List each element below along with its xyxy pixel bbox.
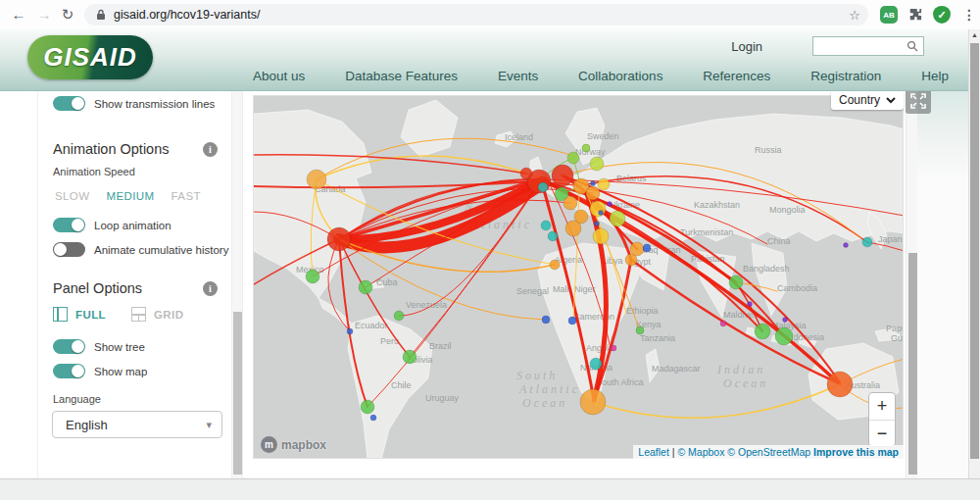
world-map[interactable]: IcelandSwedenNorwayRussiaBelarusUkraineK… — [253, 95, 904, 459]
nav-item-references[interactable]: References — [703, 69, 770, 83]
map-node[interactable] — [630, 242, 644, 256]
map-node[interactable] — [586, 186, 600, 200]
browser-menu-icon[interactable]: ⋮ — [960, 6, 978, 24]
map-node[interactable] — [593, 228, 609, 244]
map-node[interactable] — [394, 311, 404, 321]
sidebar-scrollbar[interactable] — [231, 90, 243, 478]
map-node[interactable] — [590, 201, 606, 217]
country-selector[interactable]: Country — [831, 90, 904, 110]
map-node[interactable] — [307, 170, 326, 189]
refresh-icon[interactable]: ↻ — [57, 4, 78, 25]
map-node[interactable] — [564, 196, 577, 210]
speed-option-fast[interactable]: FAST — [172, 190, 201, 202]
animate-cumulative-history-toggle[interactable] — [53, 242, 85, 257]
nav-item-collaborations[interactable]: Collaborations — [578, 69, 662, 83]
zoom-out-button[interactable]: − — [869, 421, 895, 448]
adblock-extension-icon[interactable]: AB — [880, 6, 898, 24]
content-scrollbar-thumb[interactable] — [908, 253, 917, 475]
map-node[interactable] — [610, 211, 625, 226]
map-node[interactable] — [567, 152, 579, 164]
gisaid-logo[interactable]: GISAID — [27, 35, 153, 79]
speed-option-slow[interactable]: SLOW — [55, 190, 89, 202]
map-node[interactable] — [359, 280, 372, 294]
mapbox-logo-icon: m — [261, 436, 277, 453]
map-node[interactable] — [538, 182, 548, 192]
speed-option-medium[interactable]: MEDIUM — [106, 190, 154, 202]
map-node[interactable] — [370, 415, 376, 421]
fullscreen-expand-icon[interactable] — [906, 88, 931, 114]
mapbox-logo[interactable]: m mapbox — [261, 436, 326, 453]
nav-item-events[interactable]: Events — [498, 69, 538, 83]
map-node[interactable] — [599, 211, 604, 216]
map-node[interactable] — [327, 227, 351, 251]
sidebar-scrollbar-thumb[interactable] — [233, 312, 242, 475]
address-bar[interactable]: gisaid.org/hcov19-variants/ ☆ — [84, 4, 868, 25]
header-search-input[interactable] — [812, 36, 924, 56]
bookmark-star-icon[interactable]: ☆ — [849, 8, 860, 23]
safety-shield-icon[interactable]: ✓ — [933, 6, 951, 24]
map-node[interactable] — [783, 318, 788, 323]
map-node[interactable] — [643, 244, 651, 252]
forward-icon[interactable]: → — [33, 4, 55, 25]
language-select[interactable]: English ▾ — [52, 411, 222, 438]
ocean-label: Atlantic — [518, 382, 580, 396]
back-icon[interactable]: ← — [8, 4, 29, 25]
map-node[interactable] — [565, 221, 581, 236]
login-link[interactable]: Login — [731, 39, 762, 54]
map-node[interactable] — [608, 202, 612, 207]
map-node[interactable] — [550, 260, 560, 270]
search-icon[interactable] — [906, 40, 918, 52]
map-node[interactable] — [755, 324, 770, 339]
osm-link[interactable]: © OpenStreetMap — [727, 446, 810, 458]
panel-mode-grid[interactable]: GRID — [154, 309, 183, 321]
map-node[interactable] — [580, 389, 606, 415]
nav-item-help[interactable]: Help — [921, 69, 949, 83]
nav-item-database-features[interactable]: Database Features — [345, 69, 458, 83]
map-node[interactable] — [347, 328, 353, 334]
browser-scrollbar[interactable]: ▲ — [968, 29, 980, 500]
map-node[interactable] — [306, 270, 319, 283]
show-tree-toggle[interactable] — [53, 339, 85, 354]
map-node[interactable] — [775, 327, 793, 345]
map-node[interactable] — [590, 157, 604, 171]
extensions-puzzle-icon[interactable] — [906, 6, 924, 24]
loop-animation-toggle[interactable] — [53, 218, 85, 232]
map-node[interactable] — [361, 400, 374, 414]
map-node[interactable] — [552, 165, 573, 186]
scrollbar-up-arrow[interactable]: ▲ — [969, 31, 980, 38]
content-scrollbar[interactable] — [906, 90, 917, 478]
map-node[interactable] — [595, 222, 600, 226]
map-node[interactable] — [844, 243, 849, 248]
map-node[interactable] — [748, 302, 753, 307]
map-node[interactable] — [720, 321, 726, 326]
grid-layout-icon[interactable] — [131, 307, 146, 322]
map-node[interactable] — [636, 326, 644, 334]
map-node[interactable] — [541, 221, 551, 230]
info-icon[interactable]: i — [203, 142, 218, 157]
map-node[interactable] — [827, 372, 853, 397]
map-node[interactable] — [520, 168, 532, 179]
leaflet-link[interactable]: Leaflet — [638, 446, 669, 458]
map-node[interactable] — [403, 350, 416, 364]
browser-scrollbar-thumb[interactable] — [970, 43, 979, 459]
map-node[interactable] — [548, 231, 558, 241]
nav-item-registration[interactable]: Registration — [810, 69, 881, 83]
full-layout-icon[interactable] — [53, 307, 68, 322]
map-node[interactable] — [862, 237, 872, 247]
mapbox-link[interactable]: © Mapbox — [677, 446, 724, 458]
improve-map-link[interactable]: Improve this map — [813, 446, 899, 458]
zoom-in-button[interactable]: + — [869, 393, 895, 421]
map-node[interactable] — [582, 144, 590, 152]
map-node[interactable] — [611, 345, 616, 351]
panel-mode-full[interactable]: FULL — [75, 309, 106, 321]
map-node[interactable] — [568, 317, 576, 325]
map-node[interactable] — [729, 275, 743, 289]
map-node[interactable] — [542, 316, 550, 324]
map-node[interactable] — [590, 358, 602, 370]
show-map-toggle[interactable] — [53, 364, 85, 378]
info-icon[interactable]: i — [203, 281, 218, 296]
nav-item-about-us[interactable]: About us — [253, 69, 305, 83]
show-transmission-lines-toggle[interactable] — [53, 96, 85, 111]
map-node[interactable] — [598, 178, 610, 190]
map-node[interactable] — [591, 181, 596, 186]
